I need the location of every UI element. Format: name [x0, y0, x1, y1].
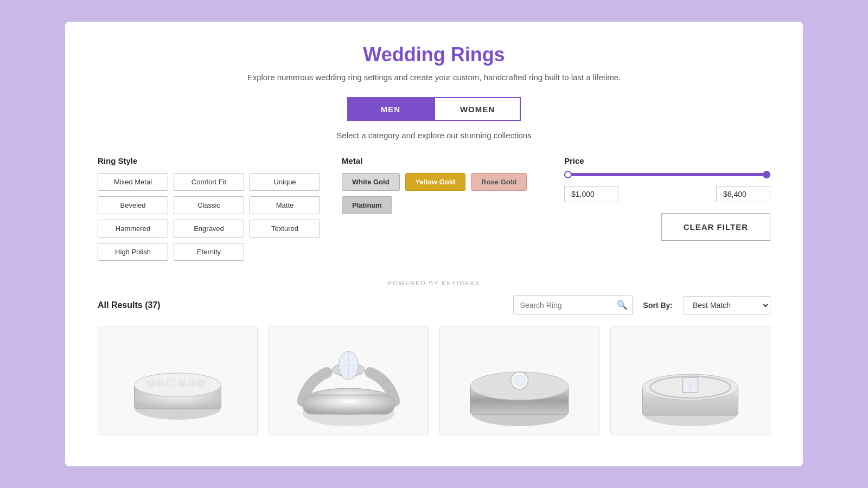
tab-men[interactable]: MEN	[347, 97, 434, 121]
ring-style-title: Ring Style	[98, 156, 320, 165]
product-card-1[interactable]	[98, 326, 258, 435]
style-engraved[interactable]: Engraved	[174, 220, 244, 237]
sort-select[interactable]: Best Match Price: Low to High Price: Hig…	[684, 296, 770, 314]
price-thumb-left[interactable]	[564, 171, 572, 178]
price-range-bar[interactable]	[564, 173, 770, 176]
price-inputs	[564, 186, 770, 202]
style-eternity[interactable]: Eternity	[174, 243, 244, 261]
price-title: Price	[564, 156, 770, 165]
style-beveled[interactable]: Beveled	[98, 196, 168, 214]
ring-svg-2	[269, 326, 428, 435]
metal-platinum[interactable]: Platinum	[342, 196, 392, 214]
product-image-1	[98, 326, 257, 435]
main-container: Wedding Rings Explore numerous wedding r…	[65, 22, 803, 466]
metal-filter: Metal White Gold Yellow Gold Rose Gold P…	[342, 156, 542, 214]
style-hammered[interactable]: Hammered	[98, 220, 168, 237]
search-sort-row: 🔍 Sort By: Best Match Price: Low to High…	[513, 295, 770, 315]
svg-rect-9	[198, 381, 205, 386]
powered-by: POWERED BY KEYIDEAS	[98, 272, 770, 286]
ring-svg-3	[440, 326, 599, 435]
style-empty	[250, 243, 320, 261]
gender-tabs: MEN WOMEN	[98, 97, 770, 121]
metal-white-gold[interactable]: White Gold	[342, 173, 400, 191]
product-image-3	[440, 326, 599, 435]
results-row: All Results (37) 🔍 Sort By: Best Match P…	[98, 295, 770, 315]
style-high-polish[interactable]: High Polish	[98, 243, 168, 261]
svg-rect-5	[158, 381, 164, 386]
price-max-input[interactable]	[716, 186, 770, 202]
search-icon: 🔍	[617, 300, 628, 310]
metal-yellow-gold[interactable]: Yellow Gold	[405, 173, 466, 191]
results-count: All Results (37)	[98, 300, 161, 310]
product-image-4	[611, 326, 770, 435]
product-card-4[interactable]	[610, 326, 770, 435]
tab-women[interactable]: WOMEN	[434, 97, 521, 121]
style-comfort-fit[interactable]: Comfort Fit	[174, 173, 244, 191]
filters-row: Ring Style Mixed Metal Comfort Fit Uniqu…	[98, 156, 770, 261]
search-input[interactable]	[514, 297, 611, 314]
svg-rect-7	[178, 381, 185, 386]
page-subtitle: Explore numerous wedding ring settings a…	[98, 73, 770, 82]
search-icon-button[interactable]: 🔍	[611, 296, 633, 314]
style-unique[interactable]: Unique	[250, 173, 320, 191]
product-card-3[interactable]	[439, 326, 599, 435]
price-min-input[interactable]	[564, 186, 618, 202]
price-thumb-right[interactable]	[763, 171, 770, 178]
price-range-fill	[564, 173, 770, 176]
products-grid	[98, 326, 770, 435]
svg-rect-16	[303, 395, 395, 414]
ring-style-filter: Ring Style Mixed Metal Comfort Fit Uniqu…	[98, 156, 320, 261]
svg-rect-4	[148, 381, 155, 386]
page-title: Wedding Rings	[98, 43, 770, 66]
product-image-2	[269, 326, 428, 435]
svg-rect-6	[168, 380, 175, 386]
metal-rose-gold[interactable]: Rose Gold	[471, 173, 527, 191]
style-mixed-metal[interactable]: Mixed Metal	[98, 173, 168, 191]
category-hint: Select a category and explore our stunni…	[98, 131, 770, 140]
style-classic[interactable]: Classic	[174, 196, 244, 214]
search-box-wrap: 🔍	[513, 295, 633, 315]
style-matte[interactable]: Matte	[250, 196, 320, 214]
sort-label: Sort By:	[643, 301, 673, 310]
product-card-2[interactable]	[269, 326, 429, 435]
style-grid: Mixed Metal Comfort Fit Unique Beveled C…	[98, 173, 320, 261]
ring-svg-1	[98, 326, 257, 435]
style-textured[interactable]: Textured	[250, 220, 320, 237]
ring-svg-4	[611, 326, 770, 435]
clear-filter-button[interactable]: CLEAR FILTER	[661, 213, 770, 241]
metal-title: Metal	[342, 156, 542, 165]
svg-rect-8	[188, 381, 195, 386]
metal-buttons: White Gold Yellow Gold Rose Gold Platinu…	[342, 173, 542, 214]
price-filter: Price CLEAR FILTER	[564, 156, 770, 241]
svg-point-21	[514, 375, 525, 386]
svg-point-3	[135, 373, 221, 397]
